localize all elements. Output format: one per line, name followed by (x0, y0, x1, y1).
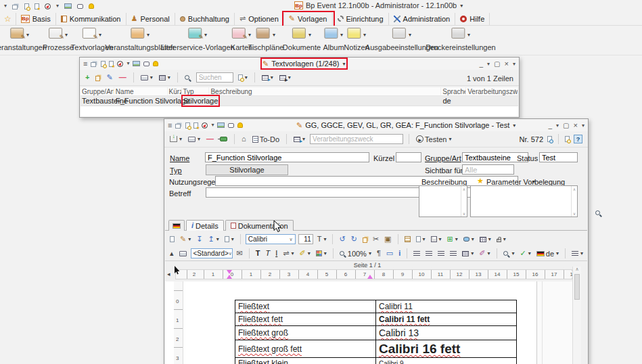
textarea-scrollbar[interactable]: ∧∨ (571, 186, 577, 217)
navigator-caret-icon[interactable]: ▾ (211, 122, 214, 128)
dropdown-caret-icon[interactable]: ▾ (65, 32, 68, 38)
window-menu-icon[interactable]: ≡ (83, 60, 87, 68)
navigator-icon[interactable] (117, 61, 123, 67)
delete-button[interactable]: — (118, 73, 128, 82)
search-input[interactable] (196, 72, 233, 83)
column-header-k-rzel[interactable]: Kürzel (168, 87, 182, 95)
justify-button[interactable] (449, 250, 458, 257)
bold-button[interactable]: T (254, 249, 262, 258)
undo-button[interactable]: ↺ (338, 235, 346, 244)
menu-item-personal[interactable]: ♟Personal (127, 13, 175, 25)
recent-icon[interactable] (24, 3, 29, 9)
dropdown-caret-icon[interactable]: ▾ (273, 32, 275, 38)
home-button[interactable]: ⌂ (240, 135, 248, 143)
close-caret-icon[interactable]: ▾ (582, 122, 584, 129)
font-select[interactable]: Calibri∨ (246, 234, 296, 244)
maximize-button[interactable]: ▢ (563, 122, 569, 129)
dropdown-caret-icon[interactable]: ▾ (409, 32, 411, 38)
table-view-button[interactable]: ▾ (158, 74, 172, 81)
column-header-beschreibung[interactable]: Beschreibung (209, 87, 441, 95)
align-center-button[interactable] (424, 250, 434, 257)
printer-select[interactable]: <Standard>∨ (191, 248, 233, 258)
navigator-caret-icon[interactable]: ▾ (127, 61, 129, 66)
pilcrow-button[interactable]: ¶ (375, 249, 382, 258)
menu-item-hilfe[interactable]: Hilfe (455, 13, 490, 25)
text-block-button[interactable]: ▾ (430, 235, 443, 243)
maximize-button[interactable]: ▢ (494, 60, 500, 68)
table-button[interactable]: ▾ (478, 235, 492, 243)
list-window-title-group[interactable]: ✎ Textvorlagen (1/248) ▾ (262, 60, 346, 68)
screenshot-icon[interactable] (64, 3, 72, 9)
tab-details[interactable]: i Details (186, 220, 224, 231)
text-frame-button[interactable]: ▭ (385, 249, 394, 258)
textarea-scrollbar[interactable]: ∧∨ (461, 186, 467, 217)
screenshot-icon[interactable] (217, 122, 225, 128)
document-canvas[interactable]: 0123 FließtextCalibri 11Fließtext fettCa… (165, 281, 572, 364)
search-icon[interactable] (183, 74, 193, 81)
typ-label[interactable]: Typ (170, 166, 182, 175)
menu-item-kommunikation[interactable]: Kommunikation (56, 13, 127, 25)
batch-button[interactable]: ▾ (278, 74, 292, 81)
favorites-star-icon[interactable]: ☆ (0, 15, 16, 23)
edit-template-button[interactable]: ✎▾ (179, 235, 192, 244)
navigator-caret-icon[interactable]: ▾ (56, 3, 59, 9)
notifications-bell-icon[interactable] (153, 61, 158, 66)
indent-marker[interactable] (367, 275, 373, 279)
history-button[interactable]: ▾ (237, 74, 249, 81)
tab-dokumentation[interactable]: Dokumentation (225, 220, 294, 231)
column-header-gruppe-art[interactable]: Gruppe/Art (81, 87, 114, 95)
column-header-verarbeitungszweck[interactable]: Verarbeitungszweck (466, 87, 518, 95)
menu-item-vorlagen[interactable]: ✎Vorlagen (284, 13, 333, 25)
dropdown-caret-icon[interactable]: ▾ (204, 32, 207, 38)
info-button[interactable]: i (397, 249, 402, 258)
window-menu-icon[interactable]: ≡ (168, 122, 172, 129)
import-button[interactable]: ↧ (195, 235, 204, 244)
feedback-icon[interactable] (228, 123, 234, 128)
toolbar-item-prozesse[interactable]: ▾Prozesse (43, 28, 74, 51)
toolbar-item-dokumente[interactable]: ▾Dokumente (283, 28, 321, 51)
align-left-button[interactable] (412, 250, 421, 257)
name-field[interactable] (205, 152, 369, 162)
indent-marker[interactable] (227, 270, 232, 274)
language-button[interactable]: de▾ (535, 249, 560, 258)
toolbar-item-druckereinstellungen[interactable]: ▾Druckereinstellungen (426, 28, 495, 51)
name-label[interactable]: Name (170, 154, 189, 162)
font-size-input[interactable]: 11 (298, 234, 313, 244)
navigator-icon[interactable] (202, 122, 208, 129)
dropdown-caret-icon[interactable]: ▾ (308, 32, 311, 38)
italic-button[interactable]: T (264, 249, 271, 258)
screenshot-icon[interactable] (133, 61, 140, 66)
toolbar-item-lieferservice-vorlagen[interactable]: ▾Lieferservice-Vorlagen (160, 28, 234, 51)
minimize-caret-icon[interactable]: ▾ (556, 122, 559, 129)
app-title-group[interactable]: Bp Bp Event 12.1n00b - Administrator - 1… (294, 1, 463, 9)
menu-item-buchhaltung[interactable]: Buchhaltung (175, 13, 235, 25)
favorites-page-icon[interactable] (109, 61, 114, 67)
parameter-search-icon[interactable] (595, 210, 600, 215)
font-color-button[interactable]: ▾ (315, 250, 328, 257)
frame-button[interactable]: ⊞▾ (446, 235, 459, 244)
detail-window-title-group[interactable]: ✎ GG, GGCE, GEV, GL, GR, GEA: F_Function… (296, 121, 515, 129)
new-button[interactable] (168, 235, 176, 243)
export-button[interactable]: ↥▾ (206, 235, 220, 244)
mail-button[interactable]: ✉ (235, 249, 244, 258)
redo-button[interactable]: ↻ (350, 235, 359, 244)
feedback-icon[interactable] (77, 4, 83, 9)
spellcheck-button[interactable]: ✓▾ (519, 249, 532, 258)
align-right-button[interactable] (436, 250, 446, 257)
zoom-button[interactable]: 100%▾ (338, 249, 373, 258)
dropdown-caret-icon[interactable]: ▾ (99, 32, 101, 38)
test-button[interactable]: Testen▾ (415, 135, 453, 144)
copy-button[interactable] (361, 235, 369, 244)
vertical-ruler[interactable]: 0123 (174, 281, 183, 364)
typ-button[interactable]: Stilvorlage (206, 164, 288, 175)
feedback-icon[interactable] (143, 62, 150, 66)
tab-language-de[interactable] (168, 220, 185, 231)
page-break-button[interactable]: ▾ (415, 235, 427, 243)
purpose-input[interactable] (310, 134, 403, 144)
dropdown-caret-icon[interactable]: ▾ (147, 32, 150, 38)
save-button[interactable]: ▾ (168, 135, 183, 143)
database-field-button[interactable]: ▾ (462, 235, 476, 243)
print-button[interactable]: ▾ (187, 135, 202, 143)
protection-button[interactable]: ▾ (495, 235, 507, 243)
menu-item-administration[interactable]: Administration (389, 13, 456, 25)
